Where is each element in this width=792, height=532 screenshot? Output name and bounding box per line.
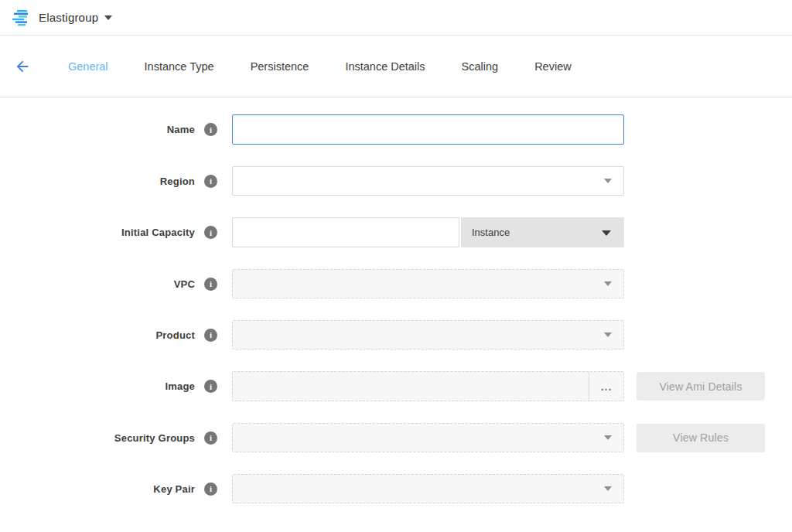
product-dropdown <box>232 320 624 350</box>
tab-instance-details[interactable]: Instance Details <box>345 60 425 73</box>
info-icon[interactable]: i <box>204 226 217 239</box>
key-pair-dropdown <box>232 474 624 503</box>
initial-capacity-input[interactable] <box>232 217 459 247</box>
chevron-down-icon[interactable] <box>104 15 112 20</box>
name-input[interactable] <box>232 114 624 145</box>
tab-instance-type[interactable]: Instance Type <box>145 60 214 73</box>
info-icon[interactable]: i <box>204 380 217 393</box>
view-rules-button[interactable]: View Rules <box>637 424 765 452</box>
form-row-region: Region i <box>0 166 792 196</box>
security-groups-dropdown <box>232 423 624 452</box>
product-label: Product <box>155 329 195 341</box>
security-groups-label: Security Groups <box>114 432 195 444</box>
form-row-image: Image i ... View Ami Details <box>0 371 792 401</box>
elastigroup-logo-icon <box>11 8 31 28</box>
tab-scaling[interactable]: Scaling <box>462 60 499 73</box>
form-row-product: Product i <box>0 320 792 350</box>
chevron-down-icon <box>604 332 612 337</box>
info-icon[interactable]: i <box>204 278 217 291</box>
key-pair-label: Key Pair <box>153 483 195 495</box>
browse-image-button[interactable]: ... <box>589 372 623 401</box>
chevron-down-icon <box>604 435 612 440</box>
name-label: Name <box>167 124 195 135</box>
region-label: Region <box>160 176 195 187</box>
form-row-key-pair: Key Pair i <box>0 474 792 503</box>
image-value <box>233 372 589 401</box>
general-form: Name i Region i Initial Capacity i Insta… <box>0 97 792 503</box>
top-bar: Elastigroup <box>0 0 792 36</box>
vpc-dropdown <box>232 269 624 298</box>
app-name[interactable]: Elastigroup <box>39 11 98 24</box>
chevron-down-icon <box>604 486 612 491</box>
info-icon[interactable]: i <box>204 483 217 496</box>
chevron-down-icon <box>602 230 611 236</box>
region-dropdown[interactable] <box>232 166 624 196</box>
info-icon[interactable]: i <box>204 175 217 188</box>
capacity-unit-value: Instance <box>472 227 510 238</box>
image-label: Image <box>165 380 195 392</box>
vpc-label: VPC <box>174 278 195 290</box>
chevron-down-icon <box>604 179 612 183</box>
wizard-tab-bar: General Instance Type Persistence Instan… <box>0 36 792 97</box>
tab-review[interactable]: Review <box>534 60 572 73</box>
info-icon[interactable]: i <box>204 123 217 136</box>
wizard-tabs: General Instance Type Persistence Instan… <box>68 60 608 73</box>
tab-persistence[interactable]: Persistence <box>251 60 309 73</box>
chevron-down-icon <box>604 281 612 286</box>
info-icon[interactable]: i <box>204 431 217 445</box>
capacity-unit-dropdown[interactable]: Instance <box>461 217 624 247</box>
form-row-vpc: VPC i <box>0 269 792 298</box>
form-row-initial-capacity: Initial Capacity i Instance <box>0 217 792 247</box>
view-ami-details-button[interactable]: View Ami Details <box>637 372 765 401</box>
form-row-security-groups: Security Groups i View Rules <box>0 423 792 452</box>
form-row-name: Name i <box>0 114 792 145</box>
tab-general[interactable]: General <box>68 60 108 73</box>
back-arrow-icon[interactable] <box>14 58 45 75</box>
image-input: ... <box>232 371 624 401</box>
initial-capacity-label: Initial Capacity <box>121 227 195 238</box>
info-icon[interactable]: i <box>204 329 217 342</box>
